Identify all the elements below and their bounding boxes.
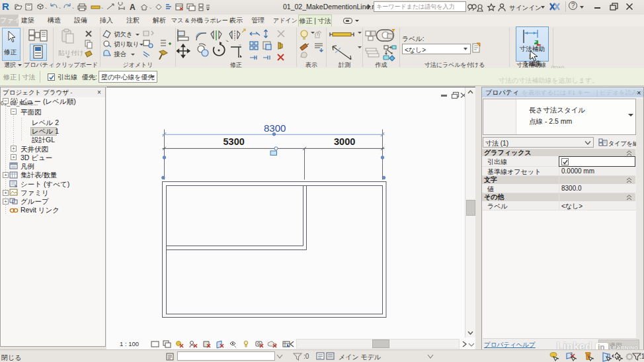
svg-text:5300: 5300 bbox=[223, 136, 245, 147]
svg-text:A: A bbox=[130, 3, 136, 12]
svg-text:3000: 3000 bbox=[334, 136, 355, 147]
svg-text:8300: 8300 bbox=[264, 122, 286, 134]
